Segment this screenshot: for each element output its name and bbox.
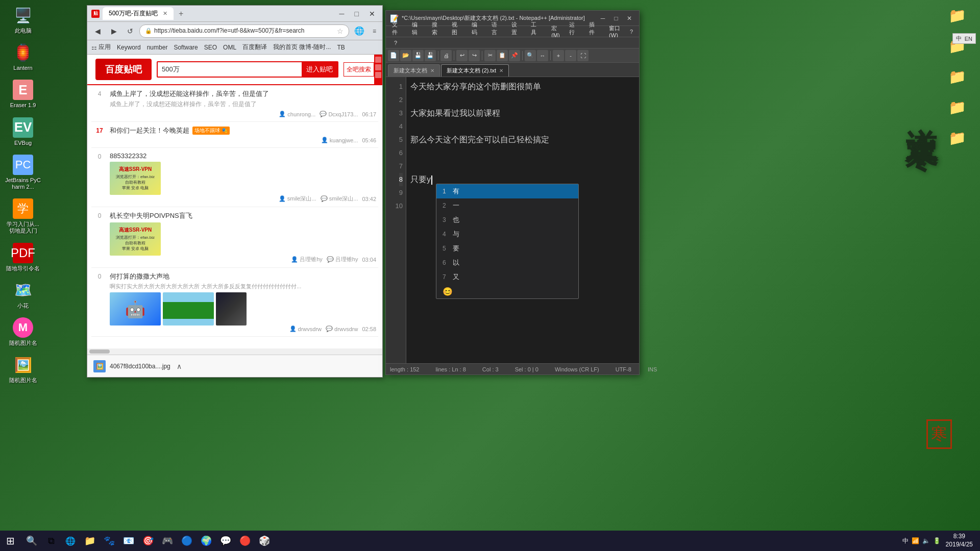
browser-close[interactable]: ✕ bbox=[366, 9, 378, 19]
bookmark-oml[interactable]: OML bbox=[223, 44, 236, 51]
autocomplete-item-7[interactable]: 7 又 bbox=[436, 270, 578, 284]
toolbar-save-all[interactable]: 💾 bbox=[425, 50, 436, 61]
bookmark-keyword[interactable]: Keyword bbox=[117, 44, 141, 51]
notepad-maximize[interactable]: □ bbox=[610, 14, 622, 23]
bookmark-software[interactable]: Software bbox=[174, 44, 198, 51]
toolbar-fullscreen[interactable]: ⛶ bbox=[577, 50, 589, 61]
taskbar-search[interactable]: 🔍 bbox=[22, 532, 41, 550]
browser-scrollbar[interactable] bbox=[87, 348, 382, 355]
autocomplete-item-emoji[interactable]: 😊 bbox=[436, 284, 578, 298]
desktop-icon-evbug[interactable]: EV EVBug bbox=[5, 117, 41, 146]
bookmark-seo[interactable]: SEO bbox=[204, 44, 217, 51]
browser-forward[interactable]: ▶ bbox=[107, 24, 121, 38]
toolbar-new[interactable]: 📄 bbox=[388, 50, 399, 61]
taskbar-task-view[interactable]: ⧉ bbox=[42, 532, 60, 550]
autocomplete-item-3[interactable]: 3 也 bbox=[436, 213, 578, 227]
browser-extra1[interactable]: 🌐 bbox=[351, 25, 368, 37]
tab-close-2[interactable]: ✕ bbox=[499, 68, 503, 73]
taskbar-icon-9[interactable]: 🎲 bbox=[255, 532, 274, 550]
taskbar-ie[interactable]: 🌐 bbox=[61, 532, 80, 550]
desktop-icon-folder5[interactable]: 📁 bbox=[939, 128, 975, 150]
menu-question[interactable]: ? bbox=[390, 39, 401, 47]
autocomplete-item-2[interactable]: 2 一 bbox=[436, 198, 578, 213]
download-arrow[interactable]: ∧ bbox=[177, 362, 182, 370]
taskbar-wechat[interactable]: 💬 bbox=[216, 532, 235, 550]
bookmark-star-icon[interactable]: ☆ bbox=[337, 27, 344, 35]
toolbar-redo[interactable]: ↪ bbox=[469, 50, 480, 61]
tieba-all-button[interactable]: 全吧搜索 bbox=[344, 62, 374, 77]
tieba-search-button[interactable]: 进入贴吧 bbox=[302, 62, 337, 77]
reply-icon-3: 💬 bbox=[321, 195, 328, 202]
bookmark-number[interactable]: number bbox=[147, 44, 168, 51]
taskbar-icon-7[interactable]: 🔵 bbox=[178, 532, 196, 550]
desktop-icon-folder1[interactable]: 📁 bbox=[939, 5, 975, 28]
toolbar-print[interactable]: 🖨 bbox=[440, 50, 452, 61]
toolbar-replace[interactable]: ↔ bbox=[537, 50, 548, 61]
autocomplete-item-6[interactable]: 6 以 bbox=[436, 256, 578, 270]
bookmark-weibo[interactable]: 我的首页 微博-随时... bbox=[273, 43, 331, 52]
browser-maximize[interactable]: □ bbox=[352, 9, 362, 19]
desktop-icon-study[interactable]: 学 学习入门从...切地是入门 bbox=[5, 198, 41, 234]
toolbar-zoom-in[interactable]: + bbox=[553, 50, 564, 61]
post-title-3[interactable]: 8853322332 bbox=[110, 152, 376, 160]
desktop-icon-pdf[interactable]: PDF 随地导引令名 bbox=[5, 243, 41, 272]
post-title-5[interactable]: 何打算的撒撒大声地 bbox=[110, 272, 376, 281]
taskbar-icon-5[interactable]: 🎯 bbox=[139, 532, 157, 550]
toolbar-find[interactable]: 🔍 bbox=[525, 50, 536, 61]
autocomplete-item-4[interactable]: 4 与 bbox=[436, 227, 578, 241]
bookmark-baidu-translate[interactable]: 百度翻译 bbox=[242, 43, 267, 52]
tieba-search-input[interactable] bbox=[158, 62, 302, 77]
toolbar-zoom-out[interactable]: - bbox=[565, 50, 576, 61]
taskbar-icon-3[interactable]: 🐾 bbox=[100, 532, 118, 550]
taskbar-clock[interactable]: 8:39 2019/4/25 bbox=[943, 532, 976, 549]
tab-close-1[interactable]: ✕ bbox=[430, 68, 434, 73]
post-title-2[interactable]: 和你们一起关注！今晚英超 场地不踢球 🎭 bbox=[110, 126, 376, 135]
browser-refresh[interactable]: ↺ bbox=[123, 24, 137, 38]
browser-back[interactable]: ◀ bbox=[90, 24, 105, 38]
autocomplete-item-1[interactable]: 1 有 bbox=[436, 184, 578, 198]
taskbar-start-button[interactable]: ⊞ bbox=[0, 531, 20, 551]
post-author-4a: 👤 吕理锥hy bbox=[291, 256, 323, 263]
desktop-icon-eraser[interactable]: E Eraser 1.9 bbox=[5, 80, 41, 109]
taskbar-explorer[interactable]: 📁 bbox=[81, 532, 99, 550]
browser-new-tab[interactable]: + bbox=[179, 9, 183, 18]
notepad-tab-1[interactable]: 新建文本文档 ✕ bbox=[388, 64, 440, 77]
desktop-icon-photo[interactable]: 🖼️ 随机图片名 bbox=[5, 355, 41, 384]
text-cursor bbox=[431, 176, 432, 185]
desktop-icon-lantern[interactable]: 🏮 Lantern bbox=[5, 42, 41, 71]
toolbar-save[interactable]: 💾 bbox=[412, 50, 424, 61]
tieba-search-bar[interactable]: 进入贴吧 bbox=[157, 61, 338, 78]
bookmark-tb[interactable]: TB bbox=[337, 44, 345, 51]
taskbar-chrome[interactable]: 🌍 bbox=[197, 532, 215, 550]
menu-help[interactable]: ? bbox=[626, 28, 637, 36]
post-title-1[interactable]: 咸鱼上岸了，没成想还能这样操作，虽辛苦，但是值了 bbox=[110, 89, 376, 98]
browser-extra2[interactable]: ≡ bbox=[370, 27, 379, 36]
toolbar-cut[interactable]: ✂ bbox=[484, 50, 496, 61]
desktop-icon-computer[interactable]: 🖥️ 此电脑 bbox=[5, 5, 41, 34]
autocomplete-popup[interactable]: 1 有 2 一 3 也 4 与 5 要 6 以 7 又 😊 bbox=[436, 184, 579, 299]
line-num-10: 10 bbox=[396, 199, 403, 213]
autocomplete-item-5[interactable]: 5 要 bbox=[436, 241, 578, 256]
toolbar-undo[interactable]: ↩ bbox=[456, 50, 468, 61]
toolbar-copy[interactable]: 📋 bbox=[497, 50, 508, 61]
scrollbar-thumb[interactable] bbox=[89, 349, 110, 354]
app-icon-7: 🔵 bbox=[181, 535, 192, 546]
desktop-icon-m[interactable]: M 随机图片名 bbox=[5, 317, 41, 346]
desktop-icon-folder4[interactable]: 📁 bbox=[939, 97, 975, 119]
notepad-close[interactable]: ✕ bbox=[624, 14, 635, 23]
bookmark-apps[interactable]: ⚏ 应用 bbox=[91, 43, 111, 52]
desktop-icon-folder3[interactable]: 📁 bbox=[939, 66, 975, 89]
taskbar-icon-8[interactable]: 🔴 bbox=[236, 532, 254, 550]
taskbar-icon-6[interactable]: 🎮 bbox=[158, 532, 177, 550]
browser-minimize[interactable]: ─ bbox=[336, 9, 348, 19]
desktop-icon-pc[interactable]: PC JetBrains PyCharm 2... bbox=[5, 155, 41, 190]
browser-active-tab[interactable]: 500万吧-百度贴吧 ✕ bbox=[103, 7, 174, 20]
toolbar-open[interactable]: 📂 bbox=[400, 50, 411, 61]
browser-tab-close[interactable]: ✕ bbox=[163, 10, 167, 17]
taskbar-icon-4[interactable]: 📧 bbox=[119, 532, 138, 550]
toolbar-paste[interactable]: 📌 bbox=[509, 50, 520, 61]
desktop-icon-map[interactable]: 🗺️ 小花 bbox=[5, 280, 41, 309]
address-bar[interactable]: 🔒 https://tieba.baidu.com/f?ie=utf-8&kw=… bbox=[139, 24, 349, 38]
notepad-tab-2[interactable]: 新建文本文档 (2).txt ✕ bbox=[441, 64, 509, 77]
post-title-4[interactable]: 机长空中失明POIVPNS盲飞 bbox=[110, 211, 376, 220]
